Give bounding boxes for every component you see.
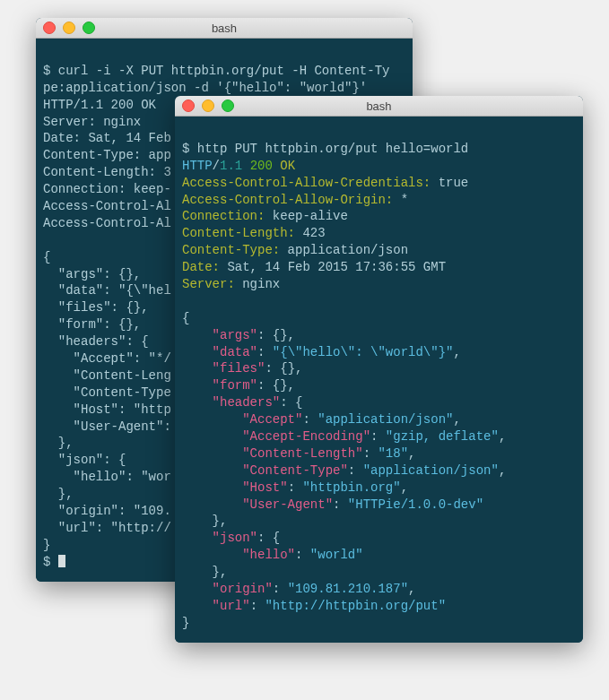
json-key: "headers" bbox=[182, 395, 280, 410]
json-key: "Content-Type" bbox=[182, 463, 348, 478]
json-line: "hello": "wor bbox=[43, 470, 171, 484]
json-sep: : bbox=[295, 548, 310, 562]
zoom-icon[interactable] bbox=[222, 99, 234, 112]
header-line: Access-Control-Al bbox=[43, 216, 171, 230]
json-line: }, bbox=[43, 487, 74, 501]
json-line: "data": "{\"hel bbox=[43, 283, 171, 298]
http-protocol: HTTP bbox=[182, 159, 213, 173]
window-title: bash bbox=[175, 99, 583, 113]
json-line: "Content-Type bbox=[43, 385, 171, 400]
json-brace: }, bbox=[182, 565, 227, 579]
slash: / bbox=[213, 159, 220, 173]
http-status: 200 bbox=[250, 159, 273, 173]
header-val: true bbox=[431, 176, 468, 190]
json-key: "form" bbox=[182, 378, 257, 393]
json-key: "hello" bbox=[182, 548, 295, 562]
http-version: 1.1 bbox=[220, 159, 242, 173]
header-key: Connection: bbox=[182, 209, 265, 223]
json-comma: , bbox=[453, 412, 460, 427]
sp bbox=[242, 159, 249, 173]
header-val: keep-alive bbox=[265, 209, 347, 223]
json-line: "headers": { bbox=[43, 334, 149, 349]
header-val: * bbox=[393, 193, 408, 207]
header-val: nginx bbox=[235, 277, 280, 291]
traffic-lights bbox=[36, 22, 95, 34]
json-line: "origin": "109. bbox=[43, 504, 171, 518]
json-sep: : {}, bbox=[257, 328, 295, 342]
header-line: Content-Type: app bbox=[43, 148, 171, 162]
header-key: Date: bbox=[182, 260, 220, 274]
zoom-icon[interactable] bbox=[83, 22, 95, 34]
close-icon[interactable] bbox=[182, 99, 195, 112]
cmd-line: http PUT httpbin.org/put hello=world bbox=[197, 142, 468, 156]
json-brace: { bbox=[182, 311, 189, 325]
json-comma: , bbox=[453, 345, 460, 359]
header-key: Content-Length: bbox=[182, 226, 295, 240]
json-str: "httpbin.org" bbox=[302, 480, 400, 495]
json-str: "http://httpbin.org/put" bbox=[265, 599, 446, 613]
json-str: "world" bbox=[310, 548, 363, 562]
header-key: Server: bbox=[182, 277, 235, 291]
json-comma: , bbox=[499, 463, 506, 478]
header-line: Connection: keep- bbox=[43, 182, 171, 196]
json-line: "args": {}, bbox=[43, 267, 141, 281]
traffic-lights bbox=[175, 99, 234, 112]
json-sep: : {}, bbox=[265, 361, 302, 376]
prompt: $ bbox=[43, 64, 58, 78]
json-sep: : bbox=[348, 463, 363, 478]
json-sep: : bbox=[273, 582, 288, 596]
header-line: Date: Sat, 14 Feb bbox=[43, 131, 171, 145]
json-brace: } bbox=[182, 616, 189, 630]
json-sep: : bbox=[363, 446, 378, 461]
json-line: "Host": "http bbox=[43, 402, 171, 417]
terminal-window-httpie: bash $ http PUT httpbin.org/put hello=wo… bbox=[175, 96, 583, 643]
minimize-icon[interactable] bbox=[202, 99, 214, 112]
header-val: Sat, 14 Feb 2015 17:36:55 GMT bbox=[220, 260, 446, 274]
json-key: "Content-Length" bbox=[182, 446, 363, 461]
json-str: "18" bbox=[378, 446, 408, 461]
json-line: } bbox=[43, 538, 50, 552]
json-comma: , bbox=[408, 446, 415, 461]
json-brace: }, bbox=[182, 514, 227, 528]
json-line: "url": "http:// bbox=[43, 521, 171, 535]
json-key: "Accept-Encoding" bbox=[182, 429, 370, 444]
json-sep: : bbox=[257, 345, 273, 359]
json-line: "Accept": "*/ bbox=[43, 351, 171, 366]
titlebar[interactable]: bash bbox=[175, 96, 583, 117]
http-status-line: HTTP/1.1 200 OK bbox=[43, 98, 156, 112]
json-key: "files" bbox=[182, 361, 265, 376]
json-line: }, bbox=[43, 436, 74, 450]
json-str: "HTTPie/1.0.0-dev" bbox=[348, 497, 483, 512]
json-key: "json" bbox=[182, 531, 257, 545]
sp bbox=[273, 159, 280, 173]
json-line: "Content-Leng bbox=[43, 368, 171, 383]
header-key: Access-Control-Allow-Credentials: bbox=[182, 176, 431, 190]
json-str: "{\"hello\": \"world\"}" bbox=[273, 345, 454, 359]
json-comma: , bbox=[401, 480, 408, 495]
json-key: "url" bbox=[182, 599, 250, 613]
http-reason: OK bbox=[280, 159, 295, 173]
prompt: $ bbox=[43, 555, 58, 569]
cursor-icon bbox=[58, 555, 65, 567]
json-sep: : bbox=[333, 497, 348, 512]
json-comma: , bbox=[408, 582, 415, 596]
cmd-line: curl -i -X PUT httpbin.org/put -H Conten… bbox=[58, 64, 390, 78]
header-key: Access-Control-Allow-Origin: bbox=[182, 193, 393, 207]
close-icon[interactable] bbox=[43, 22, 56, 34]
titlebar[interactable]: bash bbox=[36, 18, 413, 39]
terminal-content[interactable]: $ http PUT httpbin.org/put hello=world H… bbox=[175, 117, 583, 643]
json-str: "109.81.210.187" bbox=[288, 582, 408, 596]
json-sep: : {}, bbox=[257, 378, 295, 393]
json-key: "Accept" bbox=[182, 412, 302, 427]
minimize-icon[interactable] bbox=[63, 22, 75, 34]
json-sep: : { bbox=[280, 395, 302, 410]
header-line: Access-Control-Al bbox=[43, 199, 171, 213]
json-sep: : bbox=[370, 429, 386, 444]
json-sep: : bbox=[288, 480, 303, 495]
json-sep: : bbox=[302, 412, 318, 427]
json-key: "User-Agent" bbox=[182, 497, 333, 512]
cmd-line: pe:application/json -d '{"hello": "world… bbox=[43, 81, 367, 95]
json-sep: : bbox=[250, 599, 265, 613]
json-line: "files": {}, bbox=[43, 300, 149, 315]
json-key: "origin" bbox=[182, 582, 273, 596]
